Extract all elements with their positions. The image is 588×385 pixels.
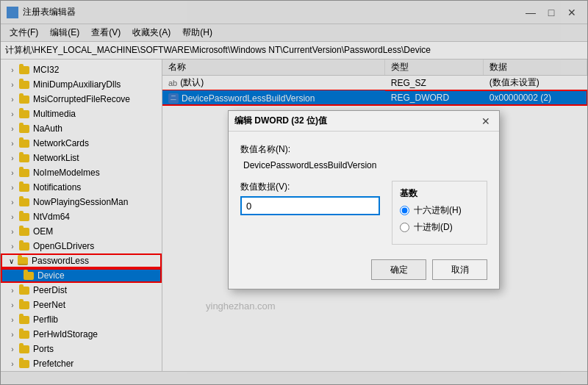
radio-decimal[interactable]: 十进制(D) bbox=[400, 221, 479, 234]
radio-hex-label: 十六进制(H) bbox=[414, 204, 462, 217]
dialog-data-label: 数值数据(V): bbox=[240, 181, 380, 193]
dialog-left: 数值数据(V): bbox=[240, 181, 380, 221]
dialog-data-input[interactable] bbox=[240, 196, 380, 215]
radio-hex[interactable]: 十六进制(H) bbox=[400, 204, 479, 217]
radio-hex-input[interactable] bbox=[400, 206, 409, 215]
modal-overlay: 编辑 DWORD (32 位)值 ✕ 数值名称(N): DevicePasswo… bbox=[0, 0, 588, 385]
radio-decimal-label: 十进制(D) bbox=[414, 221, 453, 234]
dialog-input-group: 数值数据(V): bbox=[240, 181, 380, 215]
cancel-button[interactable]: 取消 bbox=[432, 259, 487, 280]
dialog-name-label: 数值名称(N): bbox=[240, 143, 487, 156]
radio-decimal-input[interactable] bbox=[400, 223, 409, 232]
base-label: 基数 bbox=[400, 187, 479, 200]
dialog-close-button[interactable]: ✕ bbox=[478, 115, 493, 128]
dialog-title: 编辑 DWORD (32 位)值 bbox=[234, 115, 327, 127]
radio-group-base: 基数 十六进制(H) 十进制(D) bbox=[392, 181, 487, 245]
dialog-title-bar: 编辑 DWORD (32 位)值 ✕ bbox=[229, 111, 499, 132]
dialog-buttons: 确定 取消 bbox=[229, 253, 499, 289]
dialog-content: 数值名称(N): DevicePasswordLessBuildVersion … bbox=[229, 132, 499, 253]
dialog-row: 数值数据(V): 基数 十六进制(H) 十进制( bbox=[240, 181, 487, 245]
dialog-value-name: DevicePasswordLessBuildVersion bbox=[240, 159, 487, 172]
dialog-right: 基数 十六进制(H) 十进制(D) bbox=[392, 181, 487, 245]
edit-dialog: 编辑 DWORD (32 位)值 ✕ 数值名称(N): DevicePasswo… bbox=[228, 110, 500, 289]
ok-button[interactable]: 确定 bbox=[371, 259, 426, 280]
